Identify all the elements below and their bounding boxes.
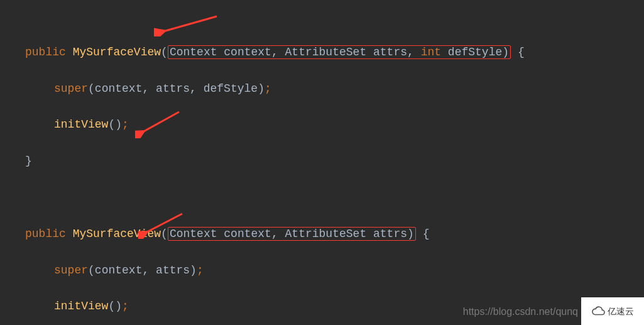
code-line: public MySurfaceView(Context context, At…	[25, 225, 644, 243]
watermark-logo: 亿速云	[581, 297, 644, 325]
watermark-logo-text: 亿速云	[608, 304, 634, 318]
keyword-super: super	[54, 82, 88, 95]
code-line: }	[25, 152, 644, 170]
code-line: super(context, attrs);	[25, 262, 644, 280]
watermark-url: https://blog.csdn.net/qunq	[463, 304, 578, 320]
code-line: super(context, attrs, defStyle);	[25, 80, 644, 98]
params-box-2: Context context, AttributeSet attrs)	[168, 227, 416, 241]
code-line: public MySurfaceView(Context context, At…	[25, 43, 644, 62]
cloud-icon	[591, 304, 605, 318]
constructor-name: MySurfaceView	[73, 46, 161, 58]
blank-line	[25, 189, 644, 207]
keyword-int: int	[421, 46, 441, 58]
method-call: initView	[54, 118, 108, 131]
code-block: public MySurfaceView(Context context, At…	[0, 0, 644, 325]
code-line: initView();	[25, 116, 644, 134]
keyword-public: public	[25, 46, 66, 58]
params-box-1: Context context, AttributeSet attrs, int…	[168, 45, 511, 59]
